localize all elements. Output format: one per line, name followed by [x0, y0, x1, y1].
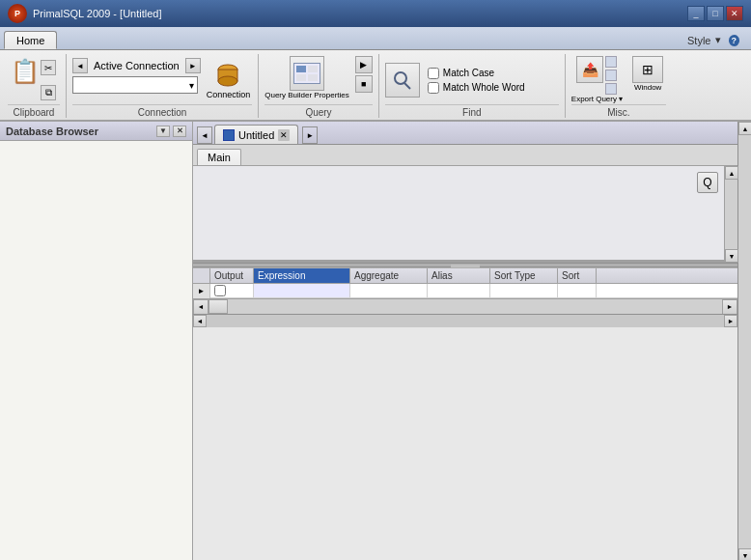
main-hscroll-left-button[interactable]: ◄: [193, 315, 207, 327]
main-hscroll-track[interactable]: [207, 315, 724, 327]
main-content: Database Browser ▼ ✕ ◄ Untitled ✕ ► Ma: [0, 122, 751, 560]
tab-nav-left-button[interactable]: ◄: [197, 126, 212, 144]
cut-icon[interactable]: ✂: [41, 60, 56, 75]
ribbon: Home Style ▾ ? 📋 ✂ ⧉ Clipboard: [0, 27, 751, 122]
match-whole-word-checkbox[interactable]: [428, 82, 439, 94]
svg-point-2: [218, 76, 237, 86]
ribbon-group-clipboard: 📋 ✂ ⧉ Clipboard: [2, 54, 67, 118]
tab-nav-right-button[interactable]: ►: [302, 126, 318, 144]
minimize-button[interactable]: _: [687, 6, 705, 21]
grid-header-indicator: [193, 268, 210, 284]
db-browser-title: Database Browser: [6, 126, 98, 137]
ribbon-group-find: Match Case Match Whole Word Find: [379, 54, 566, 118]
query-run-button[interactable]: ▶: [355, 56, 373, 73]
diagram-area: Q: [193, 166, 724, 263]
grid-col-sort: Sort: [558, 268, 597, 283]
match-case-label: Match Case: [443, 68, 494, 78]
paste-icon: 📋: [12, 58, 39, 85]
tab-home[interactable]: Home: [4, 31, 57, 49]
close-button[interactable]: ✕: [726, 6, 743, 21]
clipboard-buttons: 📋 ✂ ⧉: [8, 54, 60, 104]
query-content: Query Builder Properties ▶ ■: [264, 54, 373, 104]
find-group-label: Find: [385, 104, 559, 118]
chevron-down-icon: ▾: [189, 80, 194, 91]
connection-button-label: Connection: [207, 91, 251, 100]
db-browser-close-button[interactable]: ✕: [173, 126, 186, 137]
active-connection-label: Active Connection: [90, 60, 183, 71]
connection-icon: [212, 60, 243, 91]
grid-col-output: Output: [210, 268, 254, 283]
grid-cell-output: [210, 284, 254, 297]
query-stop-button[interactable]: ■: [355, 75, 373, 93]
main-vscroll-down-button[interactable]: ▼: [738, 548, 751, 560]
query-side-buttons: ▶ ■: [355, 56, 373, 93]
ribbon-style: Style ▾ ?: [680, 31, 747, 49]
conn-next-button[interactable]: ►: [185, 58, 201, 73]
grid-hscroll-thumb[interactable]: [209, 299, 228, 314]
document-tab-icon: [223, 129, 235, 141]
clipboard-label: Clipboard: [8, 104, 60, 118]
misc-content: 📤 Export Query ▾ ⊞ Window: [571, 54, 666, 104]
document-tab-bar: ◄ Untitled ✕ ►: [193, 122, 737, 145]
paste-button[interactable]: 📋 ✂ ⧉: [8, 56, 60, 102]
inner-tab-bar: Main: [193, 145, 737, 166]
title-bar-title: PrimalSQL 2009 - [Untitled]: [33, 8, 161, 19]
document-tab-close-button[interactable]: ✕: [278, 129, 290, 141]
query-builder-button[interactable]: Query Builder Properties: [264, 56, 349, 100]
query-editor: Main Q ▲ ▼: [193, 145, 737, 560]
ribbon-group-connection: ◄ Active Connection ► ▾: [67, 54, 259, 118]
copy-icon[interactable]: ⧉: [41, 85, 56, 100]
grid-section: Output Expression Aggregate Alias Sort T…: [193, 267, 737, 314]
db-browser-controls: ▼ ✕: [156, 126, 186, 137]
find-checkboxes: Match Case Match Whole Word: [424, 66, 559, 96]
grid-cell-expression[interactable]: [254, 284, 350, 297]
ribbon-group-query: Query Builder Properties ▶ ■ Query: [259, 54, 379, 118]
grid-hscroll: ◄ ►: [193, 298, 737, 314]
grid-hscroll-right-button[interactable]: ►: [722, 299, 737, 315]
document-tab-label: Untitled: [238, 129, 274, 141]
grid-columns-header: Output Expression Aggregate Alias Sort T…: [210, 268, 737, 284]
main-vscroll: ▲ ▼: [737, 122, 751, 560]
grid-row-indicator: ►: [193, 284, 210, 298]
grid-col-sorttype: Sort Type: [490, 268, 558, 283]
right-panel: ◄ Untitled ✕ ► Main Q: [193, 122, 737, 560]
connection-button[interactable]: Connection: [205, 58, 253, 102]
export-icon: 📤: [576, 56, 603, 83]
main-hscroll-right-button[interactable]: ►: [724, 315, 737, 327]
title-bar: P PrimalSQL 2009 - [Untitled] _ □ ✕: [0, 0, 751, 27]
match-case-checkbox[interactable]: [428, 68, 439, 79]
connection-dropdown[interactable]: ▾: [72, 76, 198, 94]
ribbon-group-misc: 📤 Export Query ▾ ⊞ Window Misc.: [566, 54, 672, 118]
run-query-button[interactable]: Q: [697, 172, 718, 193]
main-vscroll-track: [738, 135, 751, 548]
maximize-button[interactable]: □: [707, 6, 724, 21]
connection-group-label: Connection: [72, 104, 252, 118]
export-side-icons: [605, 56, 617, 95]
grid-col-expression: Expression: [254, 268, 350, 283]
db-browser-content: [0, 141, 192, 560]
diagram-vscroll: ▲ ▼: [724, 166, 737, 263]
find-icon: [385, 63, 420, 98]
title-bar-left: P PrimalSQL 2009 - [Untitled]: [8, 4, 161, 23]
grid-hscroll-left-button[interactable]: ◄: [193, 299, 209, 315]
chevron-down-icon: ▾: [715, 34, 721, 46]
main-hscroll: ◄ ►: [193, 314, 737, 327]
diagram-scroll-down-button[interactable]: ▼: [725, 249, 738, 263]
query-builder-icon: [290, 56, 324, 91]
export-button[interactable]: 📤 Export Query ▾: [571, 56, 623, 103]
misc-group-label: Misc.: [571, 104, 666, 118]
help-icon[interactable]: ?: [729, 35, 740, 46]
diagram-scroll-up-button[interactable]: ▲: [725, 166, 738, 180]
document-tab-untitled[interactable]: Untitled ✕: [214, 125, 298, 144]
grid-hscroll-track[interactable]: [209, 299, 722, 314]
window-button[interactable]: ⊞ Window: [632, 56, 663, 92]
grid-cell-aggregate: [350, 284, 428, 297]
db-browser-pin-button[interactable]: ▼: [156, 126, 170, 137]
inner-tab-main[interactable]: Main: [197, 149, 241, 165]
output-checkbox[interactable]: [214, 285, 226, 296]
svg-line-4: [404, 83, 410, 89]
conn-prev-button[interactable]: ◄: [72, 58, 88, 73]
match-case-row: Match Case: [428, 68, 555, 79]
main-vscroll-up-button[interactable]: ▲: [738, 122, 751, 135]
ribbon-body: 📋 ✂ ⧉ Clipboard ◄ Active Connection ►: [0, 50, 751, 120]
